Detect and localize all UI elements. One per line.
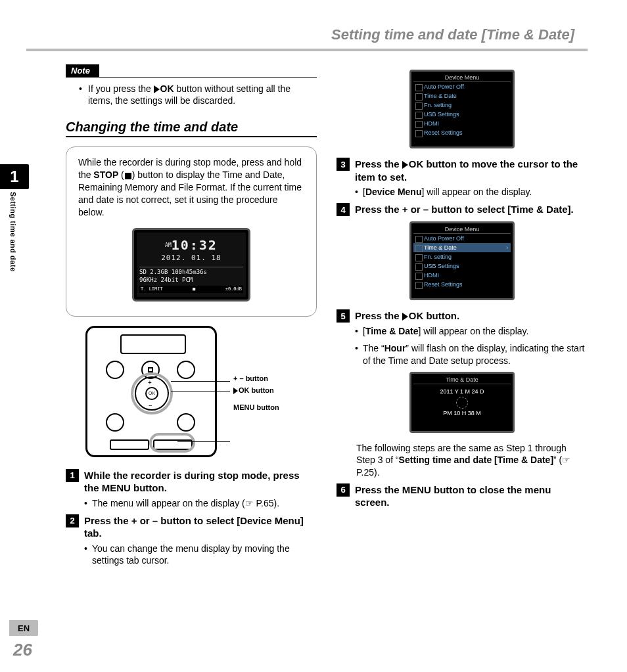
status-bar: T. LIMIT■±0.0dB	[139, 286, 243, 293]
header-rule	[26, 49, 588, 51]
device-diagram: OK + − + – button OK button MENU button	[66, 326, 317, 464]
side-tab: 1 Setting time and date	[0, 164, 34, 297]
step-1: 1 While the recorder is during stop mode…	[66, 469, 317, 495]
clock-time: 10:32	[172, 237, 218, 253]
language-badge: EN	[9, 620, 38, 636]
label-plus-minus: + – button	[233, 374, 268, 382]
clock-screen: AM10:32 2012. 01. 18 SD 2.3GB 100h45m36s…	[132, 228, 250, 302]
step-6: 6 Press the MENU button to close the men…	[337, 483, 588, 509]
hour-flash-indicator	[456, 397, 468, 409]
format-line: 96KHz 24bit PCM	[139, 277, 243, 284]
menu-item: Reset Settings	[413, 128, 511, 137]
note-rule	[66, 77, 317, 78]
menu-item: Reset Settings	[413, 280, 511, 289]
step-6-text: Press the MENU button to close the menu …	[355, 483, 588, 509]
step-2: 2 Press the + or – button to select [Dev…	[66, 514, 317, 540]
step-5-text: Press the OK button.	[355, 309, 588, 323]
step-5-sub2: The “Hour” will flash on the display, in…	[337, 342, 588, 366]
intro-callout: While the recorder is during stop mode, …	[66, 146, 317, 316]
step-number-6: 6	[337, 483, 350, 497]
time-date-screen: Time & Date 2011 Y 1 M 24 D PM 10 H 38 M…	[409, 372, 515, 433]
td-line2: PM 10 H 38 M	[415, 410, 509, 418]
device-menu-screen-2: Device Menu Auto Power Off Time & Date› …	[409, 221, 515, 300]
step-3: 3 Press the OK button to move the cursor…	[337, 158, 588, 183]
memory-line: SD 2.3GB 100h45m36s	[139, 269, 243, 277]
note-list: If you press the OK button without setti…	[66, 83, 317, 106]
step-number-5: 5	[337, 309, 350, 323]
step-1-text: While the recorder is during stop mode, …	[84, 469, 317, 495]
menu-title: Device Menu	[413, 74, 511, 82]
clock-date: 2012. 01. 18	[139, 254, 243, 263]
menu-item: Auto Power Off	[413, 234, 511, 243]
page-header-title: Setting time and date [Time & Date]	[26, 26, 588, 49]
chapter-number: 1	[0, 164, 29, 189]
menu-item: USB Settings	[413, 261, 511, 271]
step-2-sub: You can change the menu display by movin…	[66, 543, 317, 566]
step-5-sub1: [Time & Date] will appear on the display…	[337, 325, 588, 337]
step-2-text: Press the + or – button to select [Devic…	[84, 514, 317, 540]
menu-item: Time & Date	[413, 91, 511, 101]
step-number-2: 2	[66, 514, 79, 527]
following-steps-note: The following steps are the same as Step…	[356, 442, 588, 478]
menu-item: HDMI	[413, 119, 511, 128]
step-1-sub: The menu will appear on the display (☞ P…	[66, 497, 317, 509]
section-heading: Changing the time and date	[66, 120, 317, 137]
label-ok: OK button	[233, 386, 274, 394]
menu-item: HDMI	[413, 271, 511, 280]
menu-title: Device Menu	[413, 225, 511, 234]
step-4-text: Press the + or – button to select [Time …	[355, 203, 588, 216]
step-5: 5 Press the OK button.	[337, 309, 588, 323]
play-icon	[154, 85, 160, 93]
step-3-text: Press the OK button to move the cursor t…	[355, 158, 588, 183]
menu-item: Fn. setting	[413, 252, 511, 261]
td-title: Time & Date	[413, 376, 511, 384]
note-label: Note	[66, 64, 99, 77]
page-number: 26	[9, 640, 38, 660]
note-item: If you press the OK button without setti…	[79, 83, 317, 106]
chapter-label: Setting time and date	[9, 192, 17, 297]
td-line1: 2011 Y 1 M 24 D	[415, 388, 509, 396]
step-3-sub: [Device Menu] will appear on the display…	[337, 186, 588, 198]
page-footer: EN 26	[9, 620, 38, 660]
step-number-1: 1	[66, 469, 79, 482]
menu-item: Fn. setting	[413, 101, 511, 110]
menu-item: USB Settings	[413, 110, 511, 119]
label-menu: MENU button	[233, 403, 279, 411]
step-number-3: 3	[337, 158, 350, 171]
device-menu-screen-1: Device Menu Auto Power Off Time & Date F…	[409, 70, 515, 148]
step-4: 4 Press the + or – button to select [Tim…	[337, 203, 588, 216]
step-number-4: 4	[337, 203, 350, 216]
stop-icon	[125, 173, 131, 179]
menu-item: Auto Power Off	[413, 82, 511, 91]
menu-item-selected: Time & Date›	[413, 243, 511, 252]
